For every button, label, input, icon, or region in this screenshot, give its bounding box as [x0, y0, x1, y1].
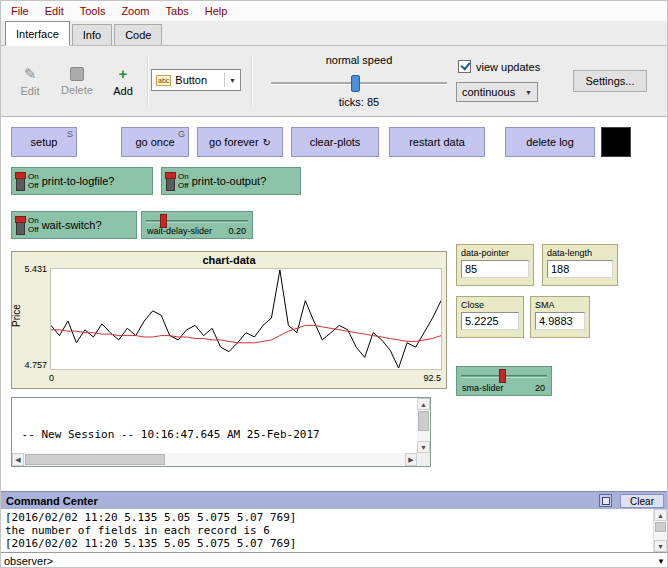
clear-button[interactable]: Clear: [620, 494, 664, 508]
monitor-value: 5.2225: [461, 312, 519, 330]
slider-value: 0.20: [228, 226, 246, 236]
plot-title: chart-data: [12, 254, 446, 266]
switch-label: wait-switch?: [42, 219, 102, 231]
menu-tabs[interactable]: Tabs: [158, 3, 197, 19]
menu-edit[interactable]: Edit: [37, 3, 72, 19]
setup-button-label: setup: [31, 136, 58, 148]
on-off-labels: On Off: [28, 216, 39, 234]
output-vertical-scrollbar[interactable]: ▲ ▼: [417, 398, 430, 453]
restart-data-button[interactable]: restart data: [389, 127, 485, 157]
command-output-line: [2016/02/02 11:20 5.135 5.05 5.075 5.07 …: [5, 511, 665, 524]
y-axis-min-tick: 4.757: [14, 360, 47, 370]
slider-label: wait-delay-slider: [147, 226, 212, 236]
scrollbar-track[interactable]: [24, 453, 405, 466]
monitor-label: Close: [461, 300, 519, 310]
command-center-output: [2016/02/02 11:20 5.135 5.05 5.075 5.07 …: [1, 509, 668, 552]
speed-slider-handle[interactable]: [351, 75, 360, 92]
tab-info[interactable]: Info: [72, 24, 112, 45]
toolbar-separator: [147, 56, 149, 106]
sma-monitor: SMA 4.9883: [530, 296, 590, 338]
on-off-labels: On Off: [178, 172, 189, 190]
off-label: Off: [178, 181, 189, 190]
delete-widget-button[interactable]: Delete: [55, 58, 99, 104]
print-to-output-switch[interactable]: On Off print-to-output?: [161, 167, 301, 195]
switch-knob: [15, 172, 26, 179]
update-mode-dropdown[interactable]: continuous ▼: [456, 82, 538, 102]
output-line: -- New Session -- 10:16:47.645 AM 25-Feb…: [15, 428, 414, 442]
edit-widget-button[interactable]: ✎ Edit: [11, 58, 49, 104]
ticks-counter: ticks: 85: [263, 96, 455, 108]
scrollbar-thumb[interactable]: [655, 522, 666, 532]
switch-label: print-to-output?: [192, 175, 267, 187]
popout-icon[interactable]: [599, 494, 612, 507]
right-arrow-icon[interactable]: ▶: [405, 453, 417, 466]
slider-label: sma-slider: [462, 383, 504, 393]
speed-label: normal speed: [263, 54, 455, 66]
tab-code[interactable]: Code: [114, 24, 162, 45]
menu-bar: File Edit Tools Zoom Tabs Help: [1, 1, 668, 21]
switch-toggle[interactable]: [16, 172, 25, 191]
output-horizontal-scrollbar[interactable]: ◀ ▶: [12, 453, 417, 466]
monitor-value: 188: [547, 260, 613, 278]
monitor-label: data-pointer: [461, 248, 529, 258]
print-to-logfile-switch[interactable]: On Off print-to-logfile?: [11, 167, 153, 195]
down-arrow-icon[interactable]: ▼: [417, 441, 430, 453]
switch-knob: [15, 216, 26, 223]
delete-log-button-label: delete log: [526, 136, 574, 148]
data-length-monitor: data-length 188: [542, 244, 618, 286]
switch-toggle[interactable]: [166, 172, 175, 191]
off-label: Off: [28, 225, 39, 234]
settings-label: Settings...: [586, 75, 635, 87]
netlogo-window: File Edit Tools Zoom Tabs Help Interface…: [0, 0, 668, 568]
add-widget-button[interactable]: + Add: [105, 58, 141, 104]
setup-button[interactable]: setup S: [11, 127, 77, 157]
monitor-label: data-length: [547, 248, 613, 258]
left-arrow-icon[interactable]: ◀: [12, 453, 24, 466]
world-view[interactable]: [601, 127, 631, 157]
on-off-labels: On Off: [28, 172, 39, 190]
monitor-value: 85: [461, 260, 529, 278]
slider-handle[interactable]: [499, 369, 506, 383]
command-center-scrollbar[interactable]: ▲ ▼: [653, 509, 667, 552]
plot-area: [50, 268, 442, 370]
up-arrow-icon[interactable]: ▲: [417, 398, 430, 410]
x-axis-min-tick: 0: [49, 373, 54, 383]
switch-toggle[interactable]: [16, 216, 25, 235]
plus-icon: +: [119, 66, 128, 82]
scrollbar-track[interactable]: [417, 410, 430, 441]
add-label: Add: [113, 85, 133, 97]
delete-log-button[interactable]: delete log: [505, 127, 595, 157]
menu-help[interactable]: Help: [197, 3, 236, 19]
tab-interface[interactable]: Interface: [5, 21, 70, 46]
sma-slider[interactable]: sma-slider 20: [456, 366, 552, 396]
command-input[interactable]: [57, 553, 653, 568]
wait-switch[interactable]: On Off wait-switch?: [11, 211, 137, 239]
restart-data-button-label: restart data: [409, 136, 465, 148]
settings-button[interactable]: Settings...: [573, 70, 647, 92]
widget-type-dropdown[interactable]: abc Button ▼: [151, 69, 241, 91]
clear-plots-button[interactable]: clear-plots: [291, 127, 379, 157]
scrollbar-track[interactable]: [654, 521, 667, 540]
go-forever-button[interactable]: go forever ↻: [197, 127, 283, 157]
go-once-button-label: go once: [135, 136, 174, 148]
menu-file[interactable]: File: [3, 3, 37, 19]
scrollbar-thumb[interactable]: [25, 454, 165, 465]
wait-delay-slider[interactable]: wait-delay-slider 0.20: [141, 211, 253, 239]
monitor-label: SMA: [535, 300, 585, 310]
chevron-down-icon: ▼: [224, 73, 236, 87]
scrollbar-corner: [417, 453, 430, 466]
menu-tools[interactable]: Tools: [72, 3, 114, 19]
observer-prompt[interactable]: observer>: [1, 555, 57, 567]
agent-context-dropdown[interactable]: ▼: [653, 553, 668, 568]
setup-key-hint: S: [67, 129, 73, 139]
go-once-button[interactable]: go once G: [121, 127, 189, 157]
command-center-input-row: observer> ▼: [1, 552, 668, 568]
menu-zoom[interactable]: Zoom: [113, 3, 157, 19]
view-updates-group: view updates: [458, 60, 540, 73]
pencil-icon: ✎: [24, 66, 37, 82]
on-label: On: [28, 216, 39, 225]
view-updates-checkbox[interactable]: [458, 60, 471, 73]
down-arrow-icon[interactable]: ▼: [654, 540, 667, 552]
up-arrow-icon[interactable]: ▲: [654, 509, 667, 521]
scrollbar-thumb[interactable]: [418, 411, 429, 431]
